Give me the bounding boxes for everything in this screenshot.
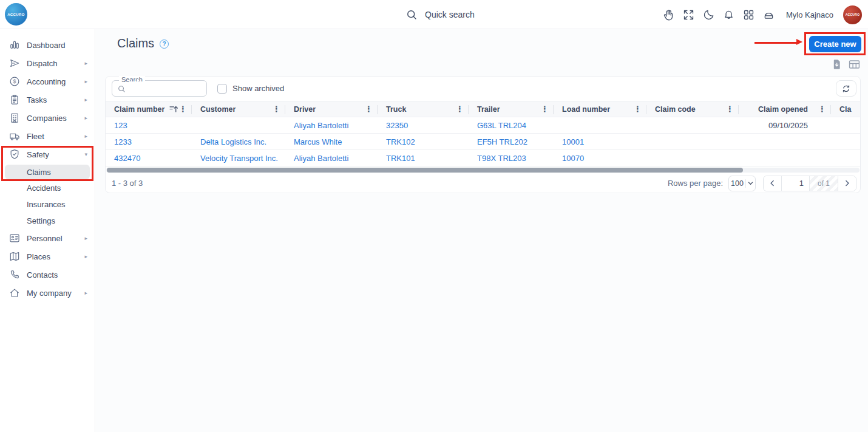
cell-load-number[interactable]: 10070 [554, 150, 646, 166]
cell-trailer[interactable]: EF5H TRL202 [469, 134, 554, 149]
refresh-button[interactable] [836, 80, 856, 97]
cell-truck[interactable]: 32350 [378, 117, 469, 133]
cell-trailer[interactable]: G63L TRL204 [469, 117, 554, 133]
sidebar-item-label: Dashboard [27, 41, 87, 50]
cell-claim-code[interactable] [646, 134, 739, 149]
column-header-trailer[interactable]: Trailer ⋮ [469, 101, 554, 117]
column-header-claim-opened[interactable]: Claim opened ⋮ [739, 101, 831, 117]
sidebar-item-claims[interactable]: Claims [5, 165, 90, 179]
user-avatar[interactable]: ACCURO [843, 5, 862, 24]
sidebar-item-personnel[interactable]: Personnel ▸ [0, 229, 95, 247]
quick-search[interactable]: Quick search [405, 0, 475, 29]
cell-driver[interactable]: Marcus White [285, 134, 378, 149]
user-name[interactable]: Mylo Kajnaco [786, 10, 833, 19]
table-row[interactable]: 123 Aliyah Bartoletti 32350 G63L TRL204 … [106, 117, 860, 134]
column-header-claim-code[interactable]: Claim code ⋮ [646, 101, 739, 117]
column-menu-icon[interactable]: ⋮ [634, 105, 642, 114]
cell-customer[interactable]: Velocity Transport Inc. [192, 150, 285, 166]
column-menu-icon[interactable]: ⋮ [365, 105, 373, 114]
table-row[interactable]: 1233 Delta Logistics Inc. Marcus White T… [106, 134, 860, 150]
cell-claim-number[interactable]: 432470 [106, 150, 192, 166]
sidebar-item-accounting[interactable]: $ Accounting ▸ [0, 72, 95, 91]
toolbox-icon[interactable] [762, 9, 775, 21]
cell-claim-opened[interactable] [739, 150, 831, 166]
column-header-customer[interactable]: Customer ⋮ [192, 101, 285, 117]
cell-clipped[interactable] [831, 134, 861, 149]
search-field[interactable]: Search [112, 80, 207, 97]
show-archived-toggle[interactable]: Show archived [217, 80, 284, 97]
column-menu-icon[interactable]: ⋮ [179, 105, 187, 114]
sidebar-item-settings[interactable]: Settings [0, 213, 95, 229]
sidebar-item-accidents[interactable]: Accidents [0, 180, 95, 196]
notifications-bell-icon[interactable] [722, 9, 735, 21]
cell-truck[interactable]: TRK102 [378, 134, 469, 149]
column-label: Driver [294, 105, 316, 114]
cell-claim-code[interactable] [646, 117, 739, 133]
cell-driver[interactable]: Aliyah Bartoletti [285, 150, 378, 166]
column-menu-icon[interactable]: ⋮ [726, 105, 734, 114]
cell-claim-opened[interactable] [739, 134, 831, 149]
rows-per-page-select[interactable]: 100 [728, 176, 756, 191]
sidebar-item-dispatch[interactable]: Dispatch ▸ [0, 54, 95, 72]
sidebar-item-insurances[interactable]: Insurances [0, 196, 95, 213]
sidebar-item-label: Fleet [27, 132, 84, 141]
create-new-button[interactable]: Create new [809, 36, 861, 52]
raised-hand-icon[interactable] [662, 9, 675, 21]
table-view-icon[interactable] [849, 60, 860, 69]
help-icon[interactable]: ? [160, 39, 169, 49]
table-row[interactable]: 432470 Velocity Transport Inc. Aliyah Ba… [106, 150, 860, 166]
chevron-down-icon [747, 180, 754, 187]
cell-clipped[interactable] [831, 150, 861, 166]
sidebar-item-label: Contacts [27, 270, 87, 279]
sidebar-item-contacts[interactable]: Contacts [0, 266, 95, 284]
column-header-claim-number[interactable]: Claim number ⋮ [106, 101, 192, 117]
horizontal-scrollbar-track[interactable] [106, 168, 860, 173]
cell-truck[interactable]: TRK101 [378, 150, 469, 166]
cell-load-number[interactable] [554, 117, 646, 133]
column-header-truck[interactable]: Truck ⋮ [378, 101, 469, 117]
cell-driver[interactable]: Aliyah Bartoletti [285, 117, 378, 133]
export-file-icon[interactable] [832, 59, 841, 70]
column-menu-icon[interactable]: ⋮ [541, 105, 549, 114]
cell-trailer[interactable]: T98X TRL203 [469, 150, 554, 166]
apps-grid-icon[interactable] [742, 9, 755, 21]
page-number-input[interactable] [781, 176, 809, 191]
column-menu-icon[interactable]: ⋮ [456, 105, 464, 114]
personnel-id-card-icon [8, 232, 21, 244]
column-menu-icon[interactable]: ⋮ [273, 105, 280, 114]
sidebar-item-label: Personnel [27, 234, 84, 243]
cell-load-number[interactable]: 10001 [554, 134, 646, 149]
sidebar-item-places[interactable]: Places ▸ [0, 247, 95, 266]
dark-mode-moon-icon[interactable] [702, 9, 715, 21]
sidebar-item-label: Settings [27, 216, 55, 225]
tasks-clipboard-icon [8, 94, 21, 106]
dashboard-icon [8, 39, 21, 51]
sidebar-item-dashboard[interactable]: Dashboard [0, 36, 95, 54]
fullscreen-icon[interactable] [682, 9, 695, 21]
sidebar-item-fleet[interactable]: Fleet ▸ [0, 127, 95, 145]
cell-claim-code[interactable] [646, 150, 739, 166]
show-archived-checkbox[interactable] [217, 84, 227, 94]
chevron-right-icon: ▸ [84, 253, 87, 259]
sidebar-item-tasks[interactable]: Tasks ▸ [0, 91, 95, 109]
sidebar-item-safety[interactable]: Safety ▾ [0, 145, 95, 163]
cell-claim-number[interactable]: 123 [106, 117, 192, 133]
cell-claim-opened[interactable]: 09/10/2025 [739, 117, 831, 133]
app-logo[interactable]: ACCURO [5, 3, 27, 26]
column-label: Claim number [114, 105, 164, 114]
cell-clipped[interactable] [831, 117, 861, 133]
cell-customer[interactable] [192, 117, 285, 133]
sort-ascending-icon[interactable] [169, 105, 179, 113]
column-menu-icon[interactable]: ⋮ [818, 105, 826, 114]
next-page-button[interactable] [838, 176, 856, 191]
sidebar-item-my-company[interactable]: My company ▸ [0, 284, 95, 302]
sidebar-item-companies[interactable]: Companies ▸ [0, 109, 95, 127]
column-header-clipped[interactable]: Cla [831, 101, 860, 117]
previous-page-button[interactable] [764, 176, 781, 191]
search-input[interactable] [129, 81, 203, 95]
column-header-load-number[interactable]: Load number ⋮ [554, 101, 646, 117]
cell-customer[interactable]: Delta Logistics Inc. [192, 134, 285, 149]
cell-claim-number[interactable]: 1233 [106, 134, 192, 149]
column-header-driver[interactable]: Driver ⋮ [285, 101, 378, 117]
horizontal-scrollbar-thumb[interactable] [107, 168, 743, 173]
